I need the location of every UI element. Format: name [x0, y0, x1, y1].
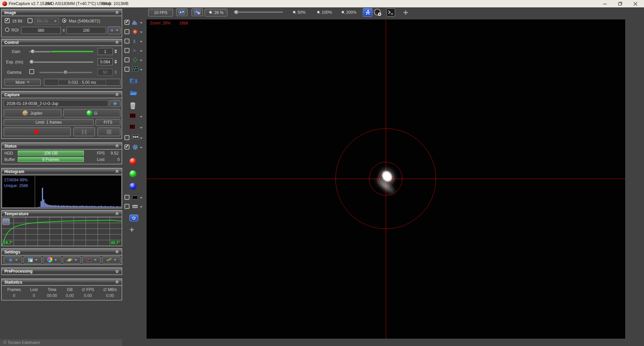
roi-width-input[interactable]: 360	[21, 27, 61, 34]
exposure-spinner[interactable]	[114, 58, 117, 65]
bin-select[interactable]: Bin 2x	[35, 18, 59, 24]
frame-counter-checkbox[interactable]	[124, 135, 129, 140]
red-channel-button[interactable]	[124, 158, 145, 165]
histogram-overlay[interactable]	[124, 19, 145, 27]
planet-target-icon[interactable]	[132, 29, 138, 35]
gain-value-box[interactable]: 1	[98, 48, 113, 55]
settings-interface-button[interactable]	[23, 256, 42, 264]
chevron-down-icon[interactable]	[140, 137, 143, 140]
gain-slider[interactable]	[29, 51, 94, 52]
frame-counter[interactable]: 999	[124, 135, 145, 142]
gamma-spinner[interactable]	[114, 69, 117, 75]
format-button[interactable]: FITS	[96, 119, 120, 126]
image-panel-header[interactable]: Image	[2, 9, 122, 16]
cutout-tool[interactable]: ✂	[124, 38, 145, 46]
dark-frame-tool-checkbox[interactable]	[124, 195, 129, 200]
zoom-slider[interactable]	[233, 11, 283, 13]
preprocessing-panel-header[interactable]: PreProcessing	[2, 268, 122, 275]
status-panel-header[interactable]: Status	[2, 143, 122, 150]
settings-gauge-button[interactable]	[82, 256, 101, 264]
add-toolbar-button[interactable]	[402, 9, 409, 16]
waveform-icon[interactable]	[132, 66, 138, 72]
max-resolution-radio[interactable]	[62, 18, 66, 23]
limit-button[interactable]: Limit: 1 frames	[4, 119, 94, 126]
green-sphere-icon[interactable]	[129, 170, 137, 179]
object-select-button[interactable]: Jupiter	[4, 109, 61, 117]
settings-planet-button[interactable]	[63, 256, 81, 264]
zoom-100-button[interactable]: 100%	[317, 9, 332, 16]
gamma-value-box[interactable]: 50	[98, 69, 113, 76]
chevron-down-icon[interactable]	[140, 116, 143, 119]
jupiter-symbol-icon[interactable]: ♃	[132, 48, 136, 54]
exposure-slider[interactable]	[29, 61, 94, 63]
reticle-overlay[interactable]	[124, 144, 145, 152]
chevron-down-icon[interactable]	[140, 50, 143, 53]
gamma-slider[interactable]	[39, 72, 92, 73]
red-circle-icon[interactable]	[129, 124, 135, 130]
stop-button[interactable]	[98, 127, 120, 136]
chevron-down-icon[interactable]	[140, 197, 143, 200]
move-arrows-icon[interactable]	[132, 57, 138, 63]
cutout-tool-checkbox[interactable]	[124, 39, 129, 44]
collapse-icon[interactable]	[115, 250, 119, 254]
power-button[interactable]	[124, 215, 145, 222]
open-folder-icon[interactable]	[129, 90, 138, 96]
reticle-overlay-checkbox[interactable]	[124, 145, 129, 150]
chevron-down-icon[interactable]	[140, 22, 143, 25]
trash-icon[interactable]	[129, 102, 136, 109]
capture-settings-button[interactable]	[110, 100, 120, 107]
collapse-icon[interactable]	[115, 170, 119, 173]
temperature-settings-button[interactable]	[2, 218, 10, 225]
histogram-overlay-checkbox[interactable]	[124, 20, 129, 25]
settings-general-button[interactable]	[4, 256, 22, 264]
zoom-value-button[interactable]: 26 %	[205, 9, 227, 16]
planet-guide-checkbox[interactable]	[124, 29, 129, 34]
histogram-panel-header[interactable]: Histogram	[2, 168, 122, 175]
add-tool-button[interactable]	[124, 227, 145, 235]
filename-input[interactable]: 2026-01-19-0038_2-U-G-Jup	[4, 100, 108, 107]
open-folder[interactable]	[124, 90, 145, 97]
gain-spinner[interactable]	[114, 48, 117, 55]
video-folder-icon[interactable]	[129, 77, 138, 84]
gain-slider-knob[interactable]	[31, 49, 35, 54]
capture-screen-button[interactable]	[192, 8, 203, 16]
plus-icon[interactable]	[129, 227, 134, 233]
collapse-icon[interactable]	[115, 280, 119, 284]
seeing-graph[interactable]	[124, 66, 145, 74]
dark-grid-tool[interactable]	[124, 113, 145, 121]
chevron-down-icon[interactable]	[140, 69, 143, 72]
gamma-checkbox[interactable]	[29, 69, 34, 74]
histogram-chart[interactable]	[35, 176, 121, 207]
minimize-button[interactable]	[597, 0, 612, 7]
bin-checkbox[interactable]	[28, 18, 33, 23]
scissors-icon[interactable]: ✂	[132, 38, 137, 44]
console-button[interactable]	[386, 8, 395, 16]
collapse-icon[interactable]	[115, 144, 119, 148]
record-button[interactable]	[4, 127, 71, 136]
expand-icon[interactable]	[115, 270, 119, 273]
flat-frame-tool-checkbox[interactable]	[124, 204, 129, 209]
chevron-down-icon[interactable]	[140, 147, 143, 150]
align-tool-checkbox[interactable]	[124, 57, 129, 62]
filter-select-button[interactable]: G	[63, 109, 120, 117]
temperature-panel-header[interactable]: Temperature	[2, 211, 122, 217]
seeing-graph-checkbox[interactable]	[124, 67, 129, 72]
chevron-down-icon[interactable]	[140, 127, 143, 130]
red-grid-icon[interactable]	[129, 113, 136, 119]
roi-radio[interactable]	[5, 27, 9, 32]
statistics-panel-header[interactable]: Statistics	[2, 279, 122, 286]
close-button[interactable]	[628, 0, 643, 7]
bit-depth-checkbox[interactable]	[5, 18, 10, 23]
chevron-down-icon[interactable]	[140, 41, 143, 44]
delete-captures[interactable]	[124, 102, 145, 109]
chevron-down-icon[interactable]	[140, 60, 143, 63]
jupiter-tool-checkbox[interactable]	[124, 48, 129, 53]
chevron-down-icon[interactable]	[140, 206, 143, 209]
zoom-slider-knob[interactable]	[234, 10, 238, 14]
capture-panel-header[interactable]: Capture	[2, 92, 122, 98]
defect-map-tool[interactable]	[124, 124, 145, 132]
collapse-icon[interactable]	[115, 41, 119, 44]
collapse-icon[interactable]	[115, 11, 119, 14]
video-folder[interactable]	[124, 77, 145, 84]
fullscreen-button[interactable]	[176, 8, 187, 16]
